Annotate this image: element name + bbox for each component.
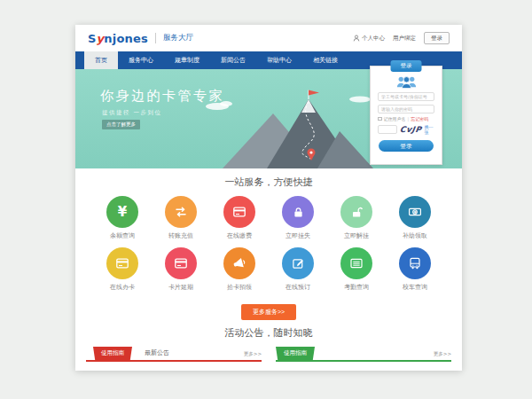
nav-item-rules[interactable]: 规章制度 <box>164 51 210 69</box>
username-input[interactable] <box>378 92 434 101</box>
captcha-image[interactable]: CvJP <box>399 125 422 134</box>
personal-center-link[interactable]: 个人中心 <box>353 35 385 43</box>
service-item-attendance[interactable]: 考勤查询 <box>327 247 386 299</box>
service-label: 转账充值 <box>152 231 210 240</box>
service-circle <box>165 247 197 279</box>
transfer-icon <box>174 205 188 219</box>
announcements-section: 活动公告，随时知晓 使用指南 最新公告 更多>> 使用指南 更多>> <box>75 321 462 362</box>
service-label: 考勤查询 <box>327 283 386 292</box>
nav-item-help-center[interactable]: 帮助中心 <box>256 51 302 69</box>
service-circle: ¥ <box>106 196 138 228</box>
tab-user-guide-left[interactable]: 使用指南 <box>93 347 132 360</box>
right-more-link[interactable]: 更多>> <box>434 351 451 360</box>
service-label: 在线办卡 <box>93 283 152 292</box>
login-tab[interactable]: 登录 <box>391 60 422 72</box>
service-circle: ¥ <box>399 196 431 228</box>
nav-item-service-center[interactable]: 服务中心 <box>118 51 164 69</box>
service-item-balance[interactable]: ¥ 余额查询 <box>93 196 152 247</box>
logo-text: S <box>88 32 97 45</box>
user-bind-link[interactable]: 用户绑定 <box>393 35 416 43</box>
service-item-transfer[interactable]: 转账充值 <box>152 196 210 247</box>
service-label: 立即解挂 <box>327 231 386 240</box>
hero-subtitle: 提供捷径 一步到位 <box>102 109 162 117</box>
service-label: 拾卡招领 <box>210 283 269 292</box>
service-label: 余额查询 <box>93 231 152 240</box>
list-icon <box>349 256 364 270</box>
service-item-online-booking[interactable]: 在线预订 <box>269 247 327 299</box>
more-services-button[interactable]: 更多服务>> <box>241 304 296 320</box>
captcha-input[interactable] <box>378 125 397 134</box>
service-item-report-loss[interactable]: 立即挂失 <box>269 196 327 247</box>
remember-label: 记住用户名 <box>384 116 406 121</box>
forgot-password-link[interactable]: 忘记密码 <box>411 116 428 121</box>
edit-icon <box>292 257 305 270</box>
right-tab-bar: 使用指南 更多>> <box>276 347 451 362</box>
hero-cta-button[interactable]: 点击了解更多 <box>102 120 140 129</box>
service-item-apply-card[interactable]: 在线办卡 <box>93 247 152 299</box>
lock-icon <box>292 206 305 219</box>
left-tab-bar: 使用指南 最新公告 更多>> <box>86 347 262 362</box>
header-login-button[interactable]: 登录 <box>424 32 450 44</box>
service-item-subsidy[interactable]: ¥ 补助领取 <box>386 196 444 247</box>
service-label: 在线缴费 <box>210 231 269 240</box>
remember-row: 记住用户名 | 忘记密码 <box>378 116 434 121</box>
service-label: 在线预订 <box>269 283 327 292</box>
service-item-card-extension[interactable]: 卡片延期 <box>152 247 210 299</box>
login-panel: 登录 记住用户名 | 忘记密码 CvJP 换一张 登录 <box>370 66 442 165</box>
service-label: 校车查询 <box>386 283 444 292</box>
announcements-right-column: 使用指南 更多>> <box>276 347 451 362</box>
nav-item-news[interactable]: 新闻公告 <box>210 51 256 69</box>
service-circle <box>223 196 255 228</box>
services-title: 一站服务，方便快捷 <box>75 176 462 189</box>
logo-accent: y <box>97 32 105 45</box>
service-grid: ¥ 余额查询 转账充值 在线缴费 立即挂失 <box>93 196 444 299</box>
service-label: 卡片延期 <box>152 283 210 292</box>
remember-checkbox[interactable] <box>378 117 382 121</box>
service-circle <box>399 247 431 279</box>
card-icon <box>174 256 188 270</box>
announcements-title: 活动公告，随时知晓 <box>75 326 462 340</box>
service-circle <box>282 196 314 228</box>
logo-text-2: njones <box>104 32 148 45</box>
service-item-school-bus[interactable]: 校车查询 <box>386 247 444 299</box>
password-input[interactable] <box>378 105 434 113</box>
users-group-icon <box>395 74 419 89</box>
service-circle <box>282 247 314 279</box>
unlock-icon <box>350 206 364 219</box>
divider: | <box>408 116 410 121</box>
service-item-cancel-loss[interactable]: 立即解挂 <box>327 196 386 247</box>
nav-item-links[interactable]: 相关链接 <box>302 51 348 69</box>
bus-icon <box>408 256 422 270</box>
site-page: Synjones 服务大厅 个人中心 用户绑定 登录 首页 服务中心 规章制度 … <box>75 25 462 371</box>
synjones-logo[interactable]: Synjones <box>88 32 148 45</box>
service-circle <box>340 196 372 228</box>
card-icon <box>232 205 246 219</box>
service-circle <box>340 247 372 279</box>
card-icon <box>115 256 129 270</box>
announcements-left-column: 使用指南 最新公告 更多>> <box>86 347 262 362</box>
login-submit-button[interactable]: 登录 <box>379 140 434 152</box>
announcements-columns: 使用指南 最新公告 更多>> 使用指南 更多>> <box>75 347 462 362</box>
banknote-icon: ¥ <box>408 205 422 219</box>
tab-latest-announcements[interactable]: 最新公告 <box>145 348 169 360</box>
services-section: 一站服务，方便快捷 ¥ 余额查询 转账充值 在线缴费 <box>75 168 462 321</box>
captcha-refresh-link[interactable]: 换一张 <box>424 124 434 135</box>
site-header: Synjones 服务大厅 个人中心 用户绑定 登录 <box>75 25 462 51</box>
personal-center-label: 个人中心 <box>362 35 385 43</box>
header-links: 个人中心 用户绑定 登录 <box>353 32 450 44</box>
nav-item-home[interactable]: 首页 <box>84 51 118 69</box>
captcha-row: CvJP 换一张 <box>378 124 434 135</box>
service-circle <box>223 247 255 279</box>
service-item-online-payment[interactable]: 在线缴费 <box>210 196 269 247</box>
yen-icon: ¥ <box>118 206 127 219</box>
service-label: 立即挂失 <box>269 231 327 240</box>
megaphone-icon <box>232 256 246 270</box>
service-item-lost-found[interactable]: 拾卡招领 <box>210 247 269 299</box>
site-label: 服务大厅 <box>155 33 193 43</box>
tab-user-guide-right[interactable]: 使用指南 <box>276 347 315 360</box>
service-circle <box>106 247 138 279</box>
mountain-illustration <box>198 89 375 168</box>
person-icon <box>353 35 360 42</box>
left-more-link[interactable]: 更多>> <box>244 351 262 360</box>
service-circle <box>165 196 197 228</box>
